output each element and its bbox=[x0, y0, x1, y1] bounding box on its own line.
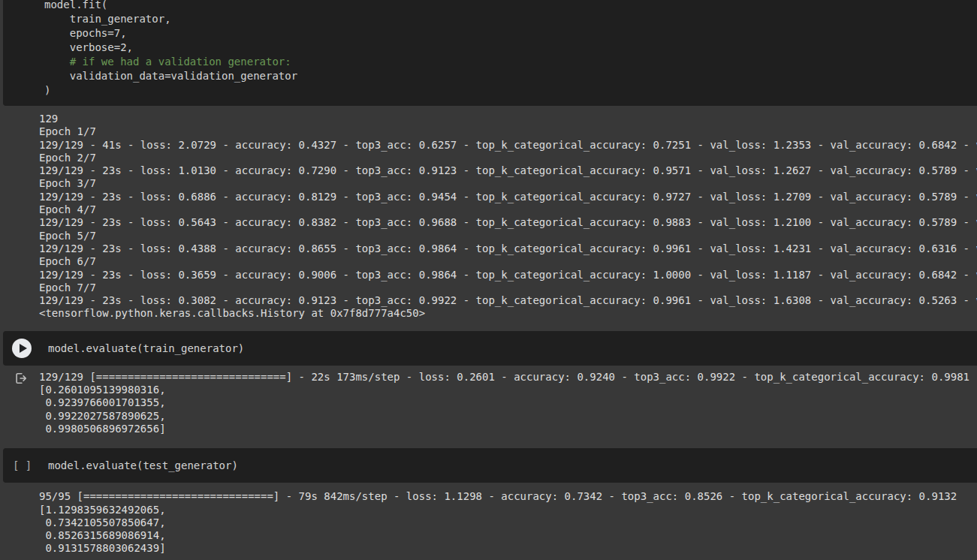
code-line: ) bbox=[44, 83, 977, 98]
cell-output-text: 95/95 [==============================] -… bbox=[39, 490, 977, 555]
output-icon bbox=[14, 372, 28, 388]
code-line: train_generator, bbox=[44, 12, 977, 26]
code-line: validation_data=validation_generator bbox=[44, 69, 977, 83]
code-line: verbose=2, bbox=[44, 41, 977, 55]
code-cell-evaluate-test[interactable]: [ ] model.evaluate(test_generator) bbox=[3, 448, 977, 483]
notebook: model.fit( train_generator, epochs=7, ve… bbox=[0, 0, 977, 555]
code-cell-evaluate-train[interactable]: model.evaluate(train_generator) bbox=[3, 331, 977, 366]
code-cell-model-fit[interactable]: model.fit( train_generator, epochs=7, ve… bbox=[3, 0, 977, 106]
cell-output-text: 129/129 [==============================]… bbox=[39, 371, 977, 435]
code-line: model.evaluate(train_generator) bbox=[48, 342, 244, 354]
play-icon bbox=[20, 344, 27, 353]
evaluate-test-output: 95/95 [==============================] -… bbox=[0, 483, 977, 555]
execution-count-placeholder[interactable]: [ ] bbox=[13, 459, 32, 471]
run-cell-button[interactable] bbox=[12, 339, 32, 358]
code-line: model.fit( bbox=[44, 0, 977, 12]
code-comment-line: # if we had a validation generator: bbox=[44, 55, 977, 69]
code-line: model.evaluate(test_generator) bbox=[48, 459, 238, 471]
training-log-output: 129 Epoch 1/7 129/129 - 41s - loss: 2.07… bbox=[0, 106, 977, 330]
code-line: epochs=7, bbox=[44, 26, 977, 41]
evaluate-train-output: 129/129 [==============================]… bbox=[0, 366, 977, 443]
cell-output-text: 129 Epoch 1/7 129/129 - 41s - loss: 2.07… bbox=[39, 113, 977, 321]
